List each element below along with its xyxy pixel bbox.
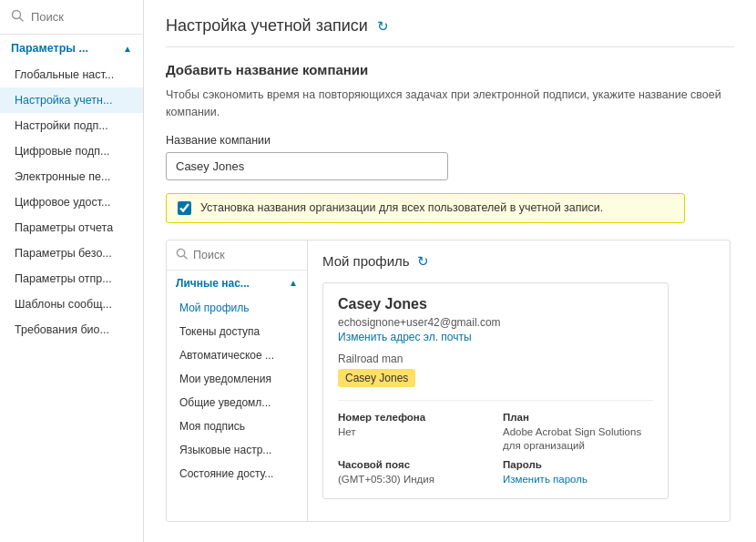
checkbox-row: Установка названия организации для всех … bbox=[166, 193, 685, 223]
inner-sidebar-item-my-notif[interactable]: Мои уведомления bbox=[167, 367, 307, 391]
inner-sidebar-item-signature[interactable]: Моя подпись bbox=[167, 414, 307, 438]
profile-phone: Номер телефона Нет bbox=[338, 412, 488, 452]
inner-chevron-up-icon: ▲ bbox=[289, 278, 298, 288]
inner-refresh-icon[interactable]: ↻ bbox=[417, 253, 429, 270]
profile-timezone: Часовой пояс (GMT+05:30) Индия bbox=[338, 459, 488, 486]
profile-card: Casey Jones echosignone+user42@gmail.com… bbox=[322, 282, 669, 499]
change-password-link[interactable]: Изменить пароль bbox=[503, 474, 587, 485]
timezone-label: Часовой пояс bbox=[338, 459, 488, 470]
inner-sidebar-item-profile[interactable]: Мой профиль bbox=[167, 296, 307, 320]
inner-section-label: Личные нас... bbox=[176, 277, 250, 290]
inner-section-header[interactable]: Личные нас... ▲ bbox=[167, 271, 307, 296]
inner-main: Мой профиль ↻ Casey Jones echosignone+us… bbox=[308, 240, 730, 521]
sidebar-item-send-settings[interactable]: Параметры отпр... bbox=[0, 266, 143, 291]
inner-sidebar-item-gen-notif[interactable]: Общие уведомл... bbox=[167, 391, 307, 414]
plan-value: Adobe Acrobat Sign Solutions для организ… bbox=[503, 426, 641, 451]
sidebar-section: Параметры ... ▲ Глобальные наст... Настр… bbox=[0, 35, 143, 343]
org-name-checkbox[interactable] bbox=[178, 201, 191, 215]
inner-search-input[interactable] bbox=[193, 249, 298, 261]
phone-value: Нет bbox=[338, 426, 356, 437]
refresh-icon[interactable]: ↻ bbox=[377, 18, 389, 35]
svg-line-1 bbox=[20, 18, 24, 22]
field-label: Название компании bbox=[166, 134, 734, 147]
checkbox-label: Установка названия организации для всех … bbox=[200, 201, 603, 214]
profile-password: Пароль Изменить пароль bbox=[503, 459, 653, 486]
change-email-link[interactable]: Изменить адрес эл. почты bbox=[338, 331, 653, 343]
inner-page-header: Мой профиль ↻ bbox=[322, 253, 715, 270]
sidebar-item-account[interactable]: Настройка учетн... bbox=[0, 87, 143, 113]
sidebar-search-container[interactable] bbox=[0, 0, 143, 35]
svg-line-3 bbox=[184, 255, 187, 258]
main-content: Настройка учетной записи ↻ Добавить назв… bbox=[144, 0, 756, 542]
page-header: Настройка учетной записи ↻ bbox=[166, 16, 734, 47]
inner-panel: Личные нас... ▲ Мой профиль Токены досту… bbox=[166, 240, 730, 522]
sidebar-section-header[interactable]: Параметры ... ▲ bbox=[0, 35, 143, 62]
inner-search-container[interactable] bbox=[167, 240, 307, 271]
timezone-value: (GMT+05:30) Индия bbox=[338, 474, 434, 485]
sidebar-item-electronic-pen[interactable]: Электронные пе... bbox=[0, 164, 143, 189]
password-label: Пароль bbox=[503, 459, 653, 470]
profile-role-label: Railroad man bbox=[338, 353, 653, 365]
profile-name: Casey Jones bbox=[338, 296, 653, 312]
sidebar: Параметры ... ▲ Глобальные наст... Настр… bbox=[0, 0, 144, 542]
section-description: Чтобы сэкономить время на повторяющихся … bbox=[166, 87, 734, 121]
chevron-up-icon: ▲ bbox=[123, 44, 132, 54]
sidebar-item-templates[interactable]: Шаблоны сообщ... bbox=[0, 291, 143, 317]
inner-sidebar-item-language[interactable]: Языковые настр... bbox=[167, 438, 307, 462]
profile-info-grid: Номер телефона Нет План Adobe Acrobat Si… bbox=[338, 400, 653, 486]
inner-search-icon bbox=[176, 248, 188, 262]
profile-plan: План Adobe Acrobat Sign Solutions для ор… bbox=[503, 412, 653, 452]
search-icon bbox=[11, 9, 24, 25]
sidebar-item-security[interactable]: Параметры безо... bbox=[0, 240, 143, 266]
inner-sidebar-item-tokens[interactable]: Токены доступа bbox=[167, 320, 307, 343]
sidebar-item-bio[interactable]: Требования био... bbox=[0, 317, 143, 343]
inner-page-title: Мой профиль bbox=[322, 253, 410, 269]
inner-sidebar-item-auto[interactable]: Автоматическое ... bbox=[167, 343, 307, 367]
sidebar-item-reports[interactable]: Параметры отчета bbox=[0, 215, 143, 240]
sidebar-item-sign-settings[interactable]: Настройки подп... bbox=[0, 113, 143, 138]
profile-email: echosignone+user42@gmail.com bbox=[338, 316, 653, 329]
sidebar-item-global[interactable]: Глобальные наст... bbox=[0, 62, 143, 87]
sidebar-item-digital-cert[interactable]: Цифровое удост... bbox=[0, 189, 143, 215]
company-name-input[interactable] bbox=[166, 152, 448, 180]
sidebar-search-input[interactable] bbox=[31, 10, 132, 24]
plan-label: План bbox=[503, 412, 653, 423]
inner-sidebar-item-access[interactable]: Состояние досту... bbox=[167, 462, 307, 486]
section-title: Добавить название компании bbox=[166, 62, 734, 77]
profile-role-badge: Casey Jones bbox=[338, 369, 415, 387]
page-title: Настройка учетной записи bbox=[166, 16, 368, 36]
inner-sidebar: Личные нас... ▲ Мой профиль Токены досту… bbox=[167, 240, 308, 521]
sidebar-section-label: Параметры ... bbox=[11, 42, 88, 55]
sidebar-item-digital-sign[interactable]: Цифровые подп... bbox=[0, 138, 143, 164]
phone-label: Номер телефона bbox=[338, 412, 488, 423]
